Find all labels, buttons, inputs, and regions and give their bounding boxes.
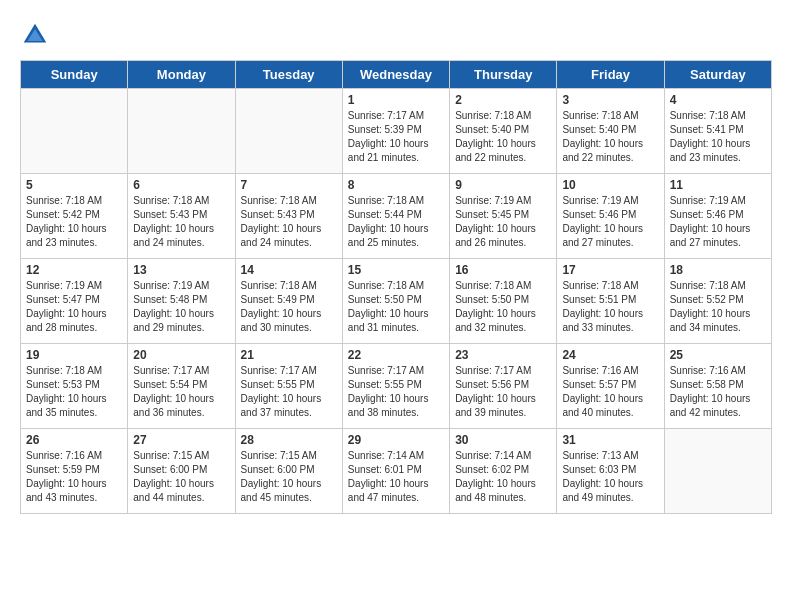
day-info: Sunrise: 7:15 AM Sunset: 6:00 PM Dayligh… bbox=[241, 449, 337, 505]
calendar-cell: 21Sunrise: 7:17 AM Sunset: 5:55 PM Dayli… bbox=[235, 344, 342, 429]
logo-icon bbox=[20, 20, 50, 50]
day-number: 20 bbox=[133, 348, 229, 362]
day-info: Sunrise: 7:18 AM Sunset: 5:49 PM Dayligh… bbox=[241, 279, 337, 335]
day-number: 21 bbox=[241, 348, 337, 362]
day-number: 29 bbox=[348, 433, 444, 447]
calendar-cell: 18Sunrise: 7:18 AM Sunset: 5:52 PM Dayli… bbox=[664, 259, 771, 344]
day-info: Sunrise: 7:14 AM Sunset: 6:02 PM Dayligh… bbox=[455, 449, 551, 505]
calendar-cell: 25Sunrise: 7:16 AM Sunset: 5:58 PM Dayli… bbox=[664, 344, 771, 429]
day-info: Sunrise: 7:17 AM Sunset: 5:55 PM Dayligh… bbox=[348, 364, 444, 420]
day-header-thursday: Thursday bbox=[450, 61, 557, 89]
calendar-cell: 28Sunrise: 7:15 AM Sunset: 6:00 PM Dayli… bbox=[235, 429, 342, 514]
calendar-cell: 24Sunrise: 7:16 AM Sunset: 5:57 PM Dayli… bbox=[557, 344, 664, 429]
calendar-cell: 20Sunrise: 7:17 AM Sunset: 5:54 PM Dayli… bbox=[128, 344, 235, 429]
day-info: Sunrise: 7:17 AM Sunset: 5:54 PM Dayligh… bbox=[133, 364, 229, 420]
day-number: 18 bbox=[670, 263, 766, 277]
calendar-cell: 1Sunrise: 7:17 AM Sunset: 5:39 PM Daylig… bbox=[342, 89, 449, 174]
day-number: 7 bbox=[241, 178, 337, 192]
calendar-cell: 3Sunrise: 7:18 AM Sunset: 5:40 PM Daylig… bbox=[557, 89, 664, 174]
calendar-cell: 23Sunrise: 7:17 AM Sunset: 5:56 PM Dayli… bbox=[450, 344, 557, 429]
day-info: Sunrise: 7:16 AM Sunset: 5:57 PM Dayligh… bbox=[562, 364, 658, 420]
day-info: Sunrise: 7:18 AM Sunset: 5:51 PM Dayligh… bbox=[562, 279, 658, 335]
calendar-cell: 31Sunrise: 7:13 AM Sunset: 6:03 PM Dayli… bbox=[557, 429, 664, 514]
day-info: Sunrise: 7:18 AM Sunset: 5:40 PM Dayligh… bbox=[562, 109, 658, 165]
day-info: Sunrise: 7:19 AM Sunset: 5:46 PM Dayligh… bbox=[670, 194, 766, 250]
day-number: 30 bbox=[455, 433, 551, 447]
page-header bbox=[20, 20, 772, 50]
calendar-cell: 9Sunrise: 7:19 AM Sunset: 5:45 PM Daylig… bbox=[450, 174, 557, 259]
day-number: 22 bbox=[348, 348, 444, 362]
day-info: Sunrise: 7:18 AM Sunset: 5:43 PM Dayligh… bbox=[241, 194, 337, 250]
day-number: 26 bbox=[26, 433, 122, 447]
day-number: 19 bbox=[26, 348, 122, 362]
day-header-friday: Friday bbox=[557, 61, 664, 89]
calendar-cell: 11Sunrise: 7:19 AM Sunset: 5:46 PM Dayli… bbox=[664, 174, 771, 259]
calendar-body: 1Sunrise: 7:17 AM Sunset: 5:39 PM Daylig… bbox=[21, 89, 772, 514]
day-info: Sunrise: 7:14 AM Sunset: 6:01 PM Dayligh… bbox=[348, 449, 444, 505]
day-info: Sunrise: 7:18 AM Sunset: 5:50 PM Dayligh… bbox=[455, 279, 551, 335]
logo bbox=[20, 20, 54, 50]
day-number: 16 bbox=[455, 263, 551, 277]
calendar-cell: 16Sunrise: 7:18 AM Sunset: 5:50 PM Dayli… bbox=[450, 259, 557, 344]
day-number: 11 bbox=[670, 178, 766, 192]
day-number: 2 bbox=[455, 93, 551, 107]
day-number: 31 bbox=[562, 433, 658, 447]
calendar-cell: 15Sunrise: 7:18 AM Sunset: 5:50 PM Dayli… bbox=[342, 259, 449, 344]
day-header-wednesday: Wednesday bbox=[342, 61, 449, 89]
day-number: 15 bbox=[348, 263, 444, 277]
calendar-cell: 30Sunrise: 7:14 AM Sunset: 6:02 PM Dayli… bbox=[450, 429, 557, 514]
calendar-cell: 22Sunrise: 7:17 AM Sunset: 5:55 PM Dayli… bbox=[342, 344, 449, 429]
day-info: Sunrise: 7:17 AM Sunset: 5:39 PM Dayligh… bbox=[348, 109, 444, 165]
calendar-cell bbox=[664, 429, 771, 514]
week-row-5: 26Sunrise: 7:16 AM Sunset: 5:59 PM Dayli… bbox=[21, 429, 772, 514]
day-info: Sunrise: 7:16 AM Sunset: 5:59 PM Dayligh… bbox=[26, 449, 122, 505]
calendar-cell: 13Sunrise: 7:19 AM Sunset: 5:48 PM Dayli… bbox=[128, 259, 235, 344]
week-row-2: 5Sunrise: 7:18 AM Sunset: 5:42 PM Daylig… bbox=[21, 174, 772, 259]
calendar-cell bbox=[128, 89, 235, 174]
day-header-sunday: Sunday bbox=[21, 61, 128, 89]
day-header-saturday: Saturday bbox=[664, 61, 771, 89]
day-number: 13 bbox=[133, 263, 229, 277]
day-info: Sunrise: 7:18 AM Sunset: 5:44 PM Dayligh… bbox=[348, 194, 444, 250]
calendar-header-row: SundayMondayTuesdayWednesdayThursdayFrid… bbox=[21, 61, 772, 89]
calendar-cell: 14Sunrise: 7:18 AM Sunset: 5:49 PM Dayli… bbox=[235, 259, 342, 344]
day-info: Sunrise: 7:18 AM Sunset: 5:50 PM Dayligh… bbox=[348, 279, 444, 335]
day-number: 25 bbox=[670, 348, 766, 362]
calendar-cell: 26Sunrise: 7:16 AM Sunset: 5:59 PM Dayli… bbox=[21, 429, 128, 514]
calendar-cell: 4Sunrise: 7:18 AM Sunset: 5:41 PM Daylig… bbox=[664, 89, 771, 174]
day-info: Sunrise: 7:18 AM Sunset: 5:40 PM Dayligh… bbox=[455, 109, 551, 165]
day-number: 12 bbox=[26, 263, 122, 277]
day-header-monday: Monday bbox=[128, 61, 235, 89]
day-info: Sunrise: 7:18 AM Sunset: 5:52 PM Dayligh… bbox=[670, 279, 766, 335]
day-number: 27 bbox=[133, 433, 229, 447]
calendar-cell: 10Sunrise: 7:19 AM Sunset: 5:46 PM Dayli… bbox=[557, 174, 664, 259]
calendar-table: SundayMondayTuesdayWednesdayThursdayFrid… bbox=[20, 60, 772, 514]
day-number: 14 bbox=[241, 263, 337, 277]
day-info: Sunrise: 7:18 AM Sunset: 5:53 PM Dayligh… bbox=[26, 364, 122, 420]
day-number: 1 bbox=[348, 93, 444, 107]
day-number: 9 bbox=[455, 178, 551, 192]
week-row-1: 1Sunrise: 7:17 AM Sunset: 5:39 PM Daylig… bbox=[21, 89, 772, 174]
day-info: Sunrise: 7:18 AM Sunset: 5:42 PM Dayligh… bbox=[26, 194, 122, 250]
week-row-3: 12Sunrise: 7:19 AM Sunset: 5:47 PM Dayli… bbox=[21, 259, 772, 344]
day-number: 23 bbox=[455, 348, 551, 362]
calendar-cell: 6Sunrise: 7:18 AM Sunset: 5:43 PM Daylig… bbox=[128, 174, 235, 259]
day-number: 3 bbox=[562, 93, 658, 107]
day-number: 8 bbox=[348, 178, 444, 192]
day-info: Sunrise: 7:19 AM Sunset: 5:48 PM Dayligh… bbox=[133, 279, 229, 335]
calendar-cell: 17Sunrise: 7:18 AM Sunset: 5:51 PM Dayli… bbox=[557, 259, 664, 344]
calendar-cell: 27Sunrise: 7:15 AM Sunset: 6:00 PM Dayli… bbox=[128, 429, 235, 514]
week-row-4: 19Sunrise: 7:18 AM Sunset: 5:53 PM Dayli… bbox=[21, 344, 772, 429]
calendar-cell: 12Sunrise: 7:19 AM Sunset: 5:47 PM Dayli… bbox=[21, 259, 128, 344]
day-info: Sunrise: 7:18 AM Sunset: 5:43 PM Dayligh… bbox=[133, 194, 229, 250]
day-info: Sunrise: 7:16 AM Sunset: 5:58 PM Dayligh… bbox=[670, 364, 766, 420]
day-info: Sunrise: 7:13 AM Sunset: 6:03 PM Dayligh… bbox=[562, 449, 658, 505]
calendar-cell: 19Sunrise: 7:18 AM Sunset: 5:53 PM Dayli… bbox=[21, 344, 128, 429]
calendar-cell: 7Sunrise: 7:18 AM Sunset: 5:43 PM Daylig… bbox=[235, 174, 342, 259]
calendar-cell: 5Sunrise: 7:18 AM Sunset: 5:42 PM Daylig… bbox=[21, 174, 128, 259]
day-number: 17 bbox=[562, 263, 658, 277]
day-number: 5 bbox=[26, 178, 122, 192]
day-info: Sunrise: 7:15 AM Sunset: 6:00 PM Dayligh… bbox=[133, 449, 229, 505]
calendar-cell bbox=[21, 89, 128, 174]
day-info: Sunrise: 7:19 AM Sunset: 5:47 PM Dayligh… bbox=[26, 279, 122, 335]
